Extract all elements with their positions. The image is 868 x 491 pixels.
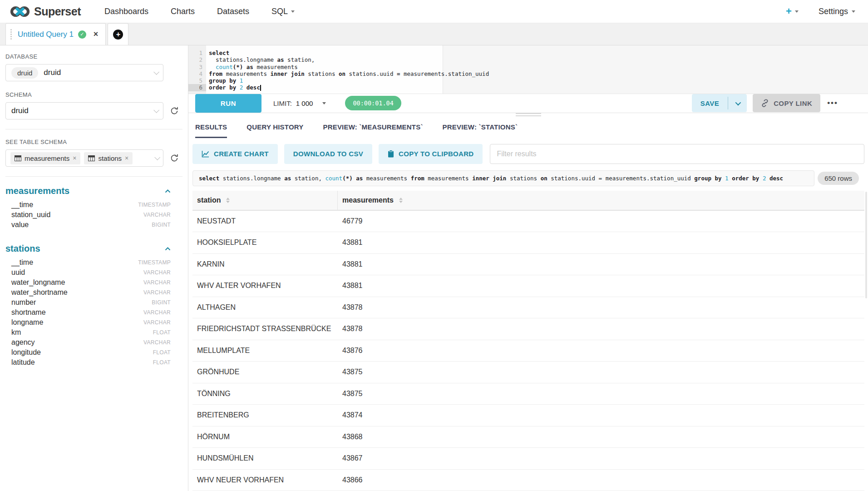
new-item-button[interactable]: + [786,5,799,17]
collapse-section-icon[interactable] [165,189,171,193]
schema-column: longnameVARCHAR [5,317,188,327]
row-count-badge: 650 rows [818,172,859,185]
table-row: KARNIN43881 [192,254,864,276]
table-icon [15,155,21,161]
sort-icon[interactable] [399,198,403,203]
schema-column: uuidVARCHAR [5,268,188,278]
table-row: HOOKSIELPLATE43881 [192,232,864,254]
run-button[interactable]: RUN [195,94,261,113]
download-csv-button[interactable]: DOWNLOAD TO CSV [284,144,372,164]
schema-column: agencyVARCHAR [5,337,188,347]
nav-item-sql[interactable]: SQL [271,7,295,16]
refresh-schema-icon[interactable] [170,106,179,115]
table-row: HUNDSMÜHLEN43867 [192,448,864,470]
table-section-measurements: measurements [5,186,188,196]
table-row: ALTHAGEN43878 [192,297,864,319]
print-margin [443,45,868,94]
column-header-station[interactable]: station [192,191,338,210]
table-title[interactable]: stations [5,243,40,254]
nav-item-charts[interactable]: Charts [171,7,195,16]
table-row: WHV ALTER VORHAFEN43881 [192,275,864,297]
tab-preview-stations[interactable]: PREVIEW: `STATIONS` [443,117,518,138]
chevron-down-icon [852,10,855,13]
plus-icon: + [113,30,123,40]
schema-column: longitudeFLOAT [5,347,188,357]
table-schema-select[interactable]: measurements × stations × [5,149,163,167]
sql-editor[interactable]: 1 2 3 4 5 6 select stations.longname as … [188,45,868,94]
pane-resize-handle[interactable] [188,113,868,116]
chip-label: measurements [25,154,69,162]
schema-label: SCHEMA [5,91,188,98]
refresh-tables-icon[interactable] [170,154,179,163]
superset-infinity-icon [10,5,30,19]
schema-column: station_uuidVARCHAR [5,210,188,220]
scrollbar-thumb[interactable] [865,192,867,298]
results-actions-row: CREATE CHART DOWNLOAD TO CSV COPY TO CLI… [192,144,864,164]
chevron-down-icon [153,107,159,113]
table-row: WHV NEUER VORHAFEN43866 [192,470,864,491]
database-value: druid [44,68,61,77]
settings-menu[interactable]: Settings [819,7,855,16]
chevron-down-icon [795,10,799,13]
schema-column: numberBIGINT [5,298,188,307]
schema-select[interactable]: druid [5,102,163,119]
tab-query-history[interactable]: QUERY HISTORY [247,117,303,138]
caret-down-icon [322,102,326,104]
chevron-down-icon [154,154,160,160]
schema-column: __timeTIMESTAMP [5,258,188,268]
copy-to-clipboard-button[interactable]: COPY TO CLIPBOARD [379,144,483,164]
column-header-measurements[interactable]: measurements [338,191,864,210]
remove-chip-icon[interactable]: × [125,154,128,162]
query-timer-badge: 00:00:01.04 [345,96,401,110]
drag-handle-icon[interactable] [10,34,12,35]
remove-chip-icon[interactable]: × [73,154,76,162]
schema-browser-sidebar: DATABASE druid druid SCHEMA druid SEE TA [0,45,188,491]
executed-query-row: select stations.longname as station, cou… [192,170,864,186]
results-table-header: station measurements [192,191,864,211]
schema-value: druid [11,106,29,115]
table-row: MELLUMPLATE43876 [192,340,864,362]
more-actions-button[interactable]: ••• [827,99,838,108]
divider [5,176,182,177]
table-chip-measurements[interactable]: measurements × [10,152,80,164]
save-button[interactable]: SAVE [692,94,728,112]
chart-icon [202,150,209,158]
query-tab-strip: Untitled Query 1 ✓ × + [0,23,868,45]
top-nav: Superset Dashboards Charts Datasets SQL … [0,0,868,23]
limit-dropdown[interactable]: LIMIT: 1 000 [273,99,326,107]
save-options-button[interactable] [728,94,747,112]
collapse-section-icon[interactable] [165,247,171,251]
superset-logo[interactable]: Superset [10,5,81,19]
chevron-down-icon [291,10,295,13]
create-chart-button[interactable]: CREATE CHART [192,144,278,164]
limit-value: 1 000 [296,99,313,107]
close-tab-icon[interactable]: × [94,30,99,39]
nav-item-datasets[interactable]: Datasets [217,7,249,16]
table-title[interactable]: measurements [5,186,69,196]
nav-item-dashboards[interactable]: Dashboards [104,7,148,16]
query-success-icon: ✓ [78,30,86,39]
divider [5,129,182,129]
schema-column: water_longnameVARCHAR [5,278,188,288]
chevron-down-icon [735,99,741,105]
table-icon [88,155,95,161]
tab-results[interactable]: RESULTS [195,117,227,138]
new-query-tab-button[interactable]: + [108,23,128,45]
table-row: HÖRNUM43868 [192,427,864,448]
schema-column: __timeTIMESTAMP [5,200,188,210]
sql-code[interactable]: select stations.longname as station, cou… [206,45,489,94]
tab-untitled-query-1[interactable]: Untitled Query 1 ✓ × [5,23,106,45]
chevron-down-icon [153,69,159,75]
results-pane: RESULTS QUERY HISTORY PREVIEW: `MEASUREM… [188,116,868,491]
table-row: NEUSTADT46779 [192,211,864,233]
copy-link-button[interactable]: COPY LINK [753,94,820,112]
sort-icon[interactable] [226,198,230,203]
schema-column: shortnameVARCHAR [5,307,188,317]
table-chip-stations[interactable]: stations × [84,152,133,164]
link-icon [761,99,769,107]
schema-column: water_shortnameVARCHAR [5,288,188,298]
database-select[interactable]: druid druid [5,64,163,81]
filter-results-input[interactable] [490,144,864,164]
schema-column: latitudeFLOAT [5,357,188,367]
tab-preview-measurements[interactable]: PREVIEW: `MEASUREMENTS` [323,117,423,138]
